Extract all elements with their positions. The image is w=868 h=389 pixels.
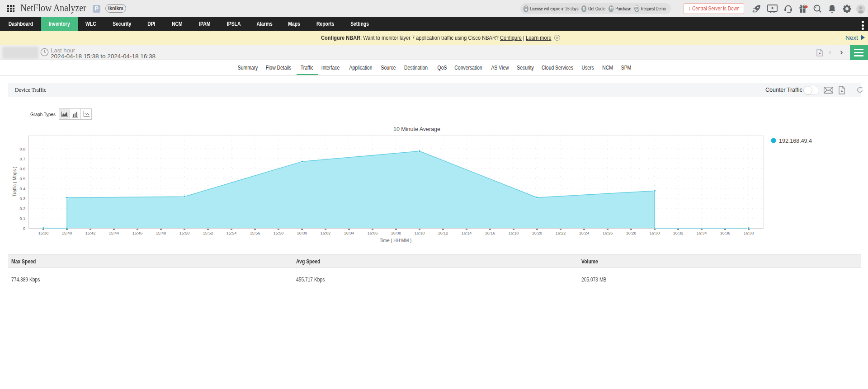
svg-text:15:38: 15:38 [38, 231, 49, 235]
svg-text:16:06: 16:06 [368, 231, 378, 235]
svg-text:15:40: 15:40 [62, 231, 72, 235]
svg-text:15:50: 15:50 [179, 231, 190, 235]
svg-text:192.168.49.4: 192.168.49.4 [779, 138, 812, 144]
svg-text:16:38: 16:38 [744, 231, 754, 235]
svg-text:0.1: 0.1 [19, 216, 25, 221]
svg-text:16:30: 16:30 [650, 231, 660, 235]
svg-text:16:12: 16:12 [438, 231, 448, 235]
svg-text:0.3: 0.3 [19, 197, 25, 201]
svg-text:0.5: 0.5 [19, 177, 25, 181]
svg-text:16:10: 16:10 [415, 231, 425, 235]
svg-text:Traffic ( Mbps ): Traffic ( Mbps ) [12, 167, 17, 197]
svg-text:16:16: 16:16 [485, 231, 495, 235]
svg-text:0.8: 0.8 [19, 147, 25, 151]
svg-text:10 Minute Average: 10 Minute Average [393, 126, 440, 132]
svg-text:16:04: 16:04 [344, 231, 354, 235]
svg-text:16:14: 16:14 [462, 231, 472, 235]
svg-text:15:52: 15:52 [203, 231, 213, 235]
svg-text:16:34: 16:34 [697, 231, 707, 235]
svg-text:0.6: 0.6 [19, 167, 25, 171]
svg-text:0: 0 [23, 226, 25, 231]
svg-text:16:20: 16:20 [532, 231, 542, 235]
svg-text:16:08: 16:08 [391, 231, 401, 235]
svg-text:15:56: 15:56 [250, 231, 260, 235]
svg-text:16:00: 16:00 [297, 231, 307, 235]
svg-text:0.4: 0.4 [19, 187, 25, 191]
svg-text:16:26: 16:26 [603, 231, 613, 235]
svg-text:$: $ [583, 6, 585, 11]
svg-text:0.2: 0.2 [19, 206, 25, 211]
svg-text:15:58: 15:58 [274, 231, 284, 235]
svg-text:15:54: 15:54 [226, 231, 237, 235]
svg-text:0.7: 0.7 [19, 157, 25, 161]
svg-text:15:48: 15:48 [156, 231, 166, 235]
svg-text:16:28: 16:28 [626, 231, 637, 235]
svg-text:15:44: 15:44 [109, 231, 119, 235]
svg-text:16:02: 16:02 [321, 231, 331, 235]
svg-text:15:42: 15:42 [85, 231, 96, 235]
svg-text:16:24: 16:24 [579, 231, 590, 235]
svg-text:16:36: 16:36 [720, 231, 731, 235]
svg-text:16:22: 16:22 [556, 231, 566, 235]
svg-text:15:46: 15:46 [132, 231, 143, 235]
svg-text:Time ( HH:MM ): Time ( HH:MM ) [380, 238, 412, 243]
svg-text:16:18: 16:18 [509, 231, 519, 235]
svg-text:16:32: 16:32 [673, 231, 684, 235]
